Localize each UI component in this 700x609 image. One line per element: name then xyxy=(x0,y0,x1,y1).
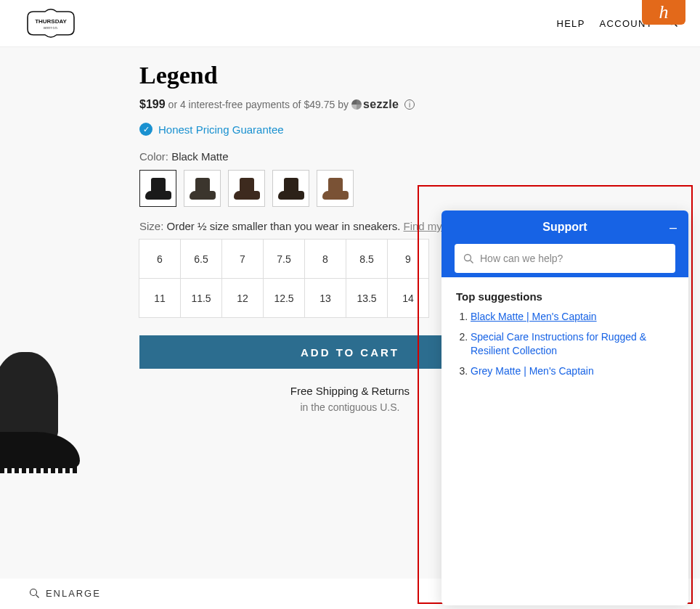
support-widget: Support – Top suggestions Black Matte | … xyxy=(441,211,688,605)
suggestion-link[interactable]: Black Matte | Men's Captain xyxy=(471,311,597,322)
site-header: THURSDAY BOOT CO. HELP ACCOUNT xyxy=(0,0,700,46)
honest-pricing[interactable]: ✓ Honest Pricing Guarantee xyxy=(139,123,575,136)
support-title: Support xyxy=(455,221,675,234)
size-option[interactable]: 12 xyxy=(221,278,264,318)
list-item: Special Care Instructions for Rugged & R… xyxy=(471,330,674,359)
support-search[interactable] xyxy=(455,244,675,273)
list-item: Black Matte | Men's Captain xyxy=(471,310,674,324)
sezzle-swirl-icon xyxy=(351,99,362,110)
size-option[interactable]: 9 xyxy=(387,239,429,279)
product-title: Legend xyxy=(139,62,575,89)
svg-line-5 xyxy=(36,595,39,598)
product-image xyxy=(0,352,84,490)
suggestion-link[interactable]: Special Care Instructions for Rugged & R… xyxy=(471,331,646,357)
swatch-black-matte[interactable] xyxy=(139,170,176,207)
price: $199 xyxy=(139,98,166,111)
support-header: Support – xyxy=(441,211,688,277)
swatch-dark-olive[interactable] xyxy=(184,170,221,207)
honest-link[interactable]: Honest Pricing Guarantee xyxy=(158,123,284,136)
size-option[interactable]: 7 xyxy=(221,239,264,279)
swatch-dark-brown[interactable] xyxy=(228,170,265,207)
color-row: Color: Black Matte xyxy=(139,150,575,163)
pay-later-amount: $49.75 xyxy=(304,99,335,110)
honey-badge[interactable]: h xyxy=(642,0,685,25)
support-search-input[interactable] xyxy=(480,253,667,264)
size-option[interactable]: 11.5 xyxy=(180,278,222,318)
pay-later-prefix: or 4 interest-free payments of xyxy=(168,99,301,110)
info-icon[interactable]: i xyxy=(404,99,415,110)
size-hint: Order ½ size smaller than you wear in sn… xyxy=(167,220,404,232)
svg-text:THURSDAY: THURSDAY xyxy=(35,18,67,25)
size-label: Size: xyxy=(139,220,167,232)
logo[interactable]: THURSDAY BOOT CO. xyxy=(22,5,80,41)
search-icon xyxy=(463,253,474,264)
size-option[interactable]: 14 xyxy=(387,278,429,318)
size-option[interactable]: 12.5 xyxy=(263,278,305,318)
size-option[interactable]: 6 xyxy=(139,239,181,279)
color-value: Black Matte xyxy=(171,150,228,163)
size-option[interactable]: 13.5 xyxy=(346,278,388,318)
suggestion-link[interactable]: Grey Matte | Men's Captain xyxy=(471,365,594,377)
color-label: Color: xyxy=(139,150,171,163)
support-body: Top suggestions Black Matte | Men's Capt… xyxy=(441,277,688,397)
svg-point-4 xyxy=(30,589,37,596)
size-option[interactable]: 6.5 xyxy=(180,239,222,279)
top-suggestions-label: Top suggestions xyxy=(456,290,674,303)
suggestion-list: Black Matte | Men's Captain Special Care… xyxy=(456,310,674,378)
size-option[interactable]: 7.5 xyxy=(263,239,305,279)
swatch-espresso[interactable] xyxy=(272,170,309,207)
color-swatches xyxy=(139,170,575,207)
check-icon: ✓ xyxy=(139,123,152,136)
sezzle-logo[interactable]: sezzle xyxy=(351,98,399,111)
svg-text:BOOT CO.: BOOT CO. xyxy=(44,26,57,30)
enlarge-button[interactable]: ENLARGE xyxy=(29,588,101,599)
list-item: Grey Matte | Men's Captain xyxy=(471,364,674,379)
price-row: $199 or 4 interest-free payments of $49.… xyxy=(139,98,575,111)
enlarge-label: ENLARGE xyxy=(46,588,101,599)
minimize-icon[interactable]: – xyxy=(670,221,677,234)
svg-line-7 xyxy=(471,260,473,263)
size-option[interactable]: 8 xyxy=(304,239,346,279)
size-option[interactable]: 13 xyxy=(304,278,346,318)
size-option[interactable]: 11 xyxy=(139,278,181,318)
size-option[interactable]: 8.5 xyxy=(346,239,388,279)
nav-help[interactable]: HELP xyxy=(556,18,585,29)
pay-later-by: by xyxy=(338,99,349,110)
sezzle-text: sezzle xyxy=(363,98,399,111)
svg-point-6 xyxy=(465,254,471,261)
swatch-tan[interactable] xyxy=(317,170,354,207)
